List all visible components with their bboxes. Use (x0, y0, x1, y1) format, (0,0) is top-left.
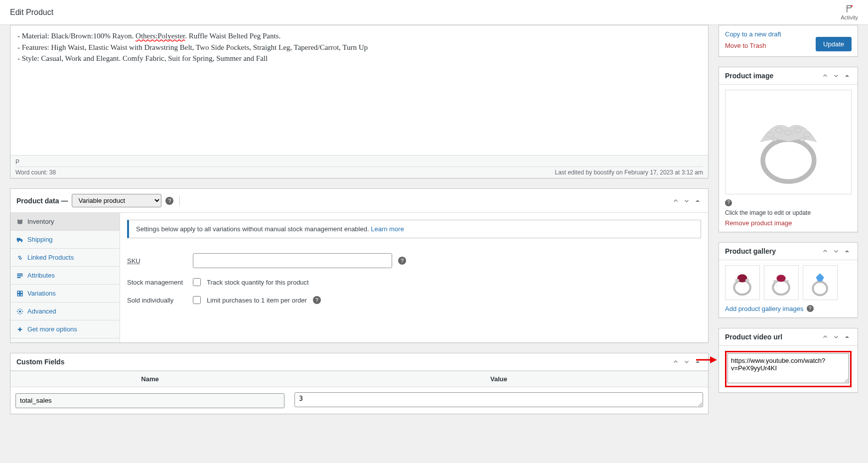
svg-point-24 (777, 275, 786, 282)
table-row (10, 387, 708, 414)
editor-status-bar: P Word count: 38 Last edited by boostify… (10, 155, 708, 178)
update-button[interactable]: Update (816, 37, 852, 51)
page-title: Edit Product (10, 8, 53, 17)
svg-rect-9 (20, 294, 22, 296)
gallery-thumb[interactable] (803, 265, 838, 300)
help-icon[interactable]: ? (398, 257, 406, 265)
sku-label: SKU (127, 257, 187, 265)
svg-rect-6 (17, 291, 19, 293)
image-caption: Click the image to edit or update (725, 209, 852, 216)
svg-point-17 (771, 138, 777, 142)
product-type-select[interactable]: Variable product (72, 194, 161, 207)
toggle-icon[interactable] (693, 196, 702, 205)
svg-point-21 (735, 279, 739, 282)
svg-point-12 (766, 133, 773, 137)
word-count: Word count: 38 (15, 169, 56, 176)
add-gallery-images-link[interactable]: Add product gallery images (725, 305, 804, 312)
product-gallery-panel: Product gallery (719, 242, 858, 318)
sold-individually-label: Sold individually (127, 297, 187, 304)
svg-point-27 (813, 282, 828, 295)
gear-icon (16, 308, 23, 315)
tab-variations[interactable]: Variations (10, 285, 120, 302)
svg-point-10 (19, 310, 21, 312)
copy-to-draft-link[interactable]: Copy to a new draft (725, 28, 781, 40)
svg-point-19 (734, 280, 751, 295)
variations-notice: Settings below apply to all variations w… (127, 220, 701, 238)
move-up-icon[interactable] (821, 247, 830, 256)
flag-icon (845, 4, 854, 14)
svg-point-14 (785, 131, 792, 135)
product-image-panel: Product image (719, 67, 858, 232)
annotation-highlight-box (725, 351, 852, 387)
truck-icon (16, 236, 23, 243)
toggle-icon[interactable] (843, 71, 852, 80)
inventory-icon (16, 218, 23, 225)
remove-image-link[interactable]: Remove product image (725, 219, 792, 227)
product-data-panel: Product data — Variable product ? Invent… (10, 188, 709, 343)
product-data-tabs: Inventory Shipping Linked Products Attri… (10, 213, 120, 342)
sold-individually-checkbox[interactable] (193, 296, 201, 304)
svg-point-11 (763, 140, 814, 181)
video-url-input[interactable] (727, 353, 849, 383)
move-up-icon[interactable] (821, 71, 830, 80)
svg-point-0 (851, 5, 853, 6)
custom-fields-panel: Custom Fields Name Value (10, 353, 709, 414)
svg-rect-5 (17, 277, 20, 278)
svg-point-2 (21, 241, 22, 242)
cf-value-header: Value (289, 371, 708, 387)
gallery-thumb[interactable] (764, 265, 799, 300)
cf-name-header: Name (10, 371, 289, 387)
stock-management-label: Stock management (127, 279, 187, 286)
product-image[interactable] (725, 90, 852, 194)
move-down-icon[interactable] (832, 71, 841, 80)
sku-input[interactable] (193, 253, 392, 268)
annotation-arrow-icon (695, 355, 717, 366)
link-icon (16, 254, 23, 261)
svg-point-1 (17, 241, 19, 242)
attributes-icon (16, 272, 23, 279)
help-icon[interactable]: ? (313, 296, 321, 304)
help-icon[interactable]: ? (165, 197, 173, 205)
move-up-icon[interactable] (671, 196, 680, 205)
toggle-icon[interactable] (843, 332, 852, 341)
track-stock-checkbox[interactable] (193, 278, 201, 286)
last-edited: Last edited by boostify on February 17, … (555, 169, 703, 176)
cf-name-input[interactable] (15, 393, 285, 408)
help-icon[interactable]: ? (807, 305, 814, 312)
move-down-icon[interactable] (682, 357, 691, 366)
sparkle-icon (16, 326, 23, 333)
learn-more-link[interactable]: Learn more (371, 225, 404, 233)
move-down-icon[interactable] (682, 196, 691, 205)
inventory-panel: Settings below apply to all variations w… (120, 213, 708, 342)
move-down-icon[interactable] (832, 247, 841, 256)
tab-attributes[interactable]: Attributes (10, 267, 120, 284)
move-to-trash-link[interactable]: Move to Trash (725, 40, 781, 51)
gallery-thumb[interactable] (725, 265, 760, 300)
help-icon[interactable]: ? (725, 199, 732, 206)
svg-point-25 (774, 280, 777, 283)
svg-rect-4 (17, 275, 22, 276)
editor-content[interactable]: - Material: Black/Brown:100% Rayon. Othe… (10, 25, 708, 155)
tab-get-more-options[interactable]: Get more options (10, 320, 120, 338)
move-up-icon[interactable] (671, 357, 680, 366)
tab-shipping[interactable]: Shipping (10, 231, 120, 248)
top-bar: Edit Product Activity (0, 0, 868, 25)
product-video-panel: Product video url (719, 328, 858, 393)
svg-point-26 (786, 280, 789, 283)
svg-rect-8 (17, 294, 19, 296)
move-up-icon[interactable] (821, 332, 830, 341)
toggle-icon[interactable] (843, 247, 852, 256)
tab-linked-products[interactable]: Linked Products (10, 249, 120, 266)
tab-advanced[interactable]: Advanced (10, 303, 120, 320)
move-down-icon[interactable] (832, 332, 841, 341)
activity-button[interactable]: Activity (841, 4, 858, 20)
svg-rect-3 (17, 273, 22, 274)
editor-path[interactable]: P (15, 157, 703, 167)
custom-fields-table: Name Value (10, 371, 708, 414)
cf-value-input[interactable] (294, 392, 703, 407)
tab-inventory[interactable]: Inventory (10, 213, 120, 230)
svg-point-13 (775, 128, 783, 133)
publish-panel: Copy to a new draft Move to Trash Update (719, 25, 858, 57)
svg-rect-7 (20, 291, 22, 293)
svg-point-18 (799, 138, 805, 142)
